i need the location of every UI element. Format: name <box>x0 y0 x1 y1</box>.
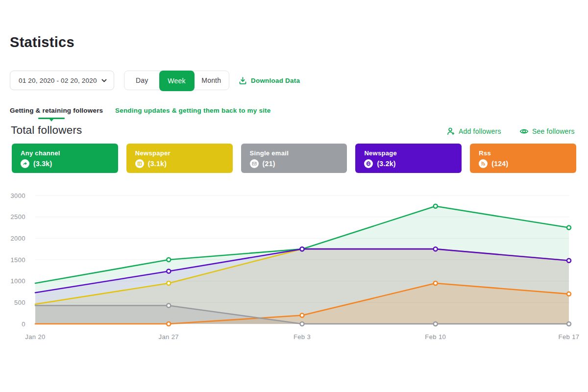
card-rss[interactable]: Rss (124) <box>470 144 576 173</box>
chart-point[interactable] <box>167 322 171 326</box>
card-count: (3.3k) <box>33 160 52 168</box>
svg-text:1000: 1000 <box>10 277 25 285</box>
card-newspage[interactable]: Newspage (3.2k) <box>355 144 462 173</box>
active-tab-underline <box>38 118 65 119</box>
card-label: Newspaper <box>135 149 233 157</box>
download-label: Download Data <box>251 77 300 84</box>
chart-point[interactable] <box>300 314 304 318</box>
chart-point[interactable] <box>167 281 171 285</box>
period-month-button[interactable]: Month <box>194 71 229 90</box>
section-title: Total followers <box>11 124 82 137</box>
globe-icon <box>364 159 373 168</box>
card-count: (21) <box>263 160 275 168</box>
chart-point[interactable] <box>167 303 171 307</box>
card-label: Single email <box>250 149 347 157</box>
chart-point[interactable] <box>300 247 304 251</box>
date-range-select[interactable]: 01 20, 2020 - 02 20, 2020 <box>10 71 114 90</box>
channel-cards: Any channel (3.3k) Newspaper (3.1k) Sing… <box>12 144 576 173</box>
period-week-button[interactable]: Week <box>159 71 195 91</box>
svg-text:3000: 3000 <box>10 192 25 199</box>
svg-text:Jan 27: Jan 27 <box>159 333 179 341</box>
rss-icon <box>479 159 488 168</box>
chart-point[interactable] <box>567 292 571 296</box>
card-single-email[interactable]: Single email (21) <box>241 144 347 173</box>
add-followers-link[interactable]: Add followers <box>446 127 501 136</box>
chart-point[interactable] <box>567 322 571 326</box>
card-label: Any channel <box>21 149 118 157</box>
svg-text:2000: 2000 <box>10 235 25 242</box>
card-newspaper[interactable]: Newspaper (3.1k) <box>126 144 233 173</box>
card-count: (3.2k) <box>377 160 395 168</box>
card-count: (3.1k) <box>148 160 167 168</box>
svg-text:0: 0 <box>22 320 25 328</box>
svg-text:1500: 1500 <box>10 256 25 264</box>
card-label: Newspage <box>364 149 462 157</box>
newspaper-icon <box>135 159 144 168</box>
eye-icon <box>519 127 529 136</box>
date-range-value: 01 20, 2020 - 02 20, 2020 <box>19 77 97 84</box>
svg-text:Feb 17: Feb 17 <box>559 333 579 341</box>
chart-point[interactable] <box>567 226 571 230</box>
period-toggle: Day Week Month <box>124 71 229 90</box>
download-data-link[interactable]: Download Data <box>239 71 300 90</box>
tab-sending-updates[interactable]: Sending updates & getting them back to m… <box>115 107 271 114</box>
svg-text:Jan 20: Jan 20 <box>25 333 45 341</box>
svg-text:Feb 3: Feb 3 <box>294 333 311 341</box>
chart-point[interactable] <box>434 281 438 285</box>
card-any-channel[interactable]: Any channel (3.3k) <box>12 144 118 173</box>
chart-point[interactable] <box>300 322 304 326</box>
add-followers-label: Add followers <box>459 127 501 135</box>
envelope-icon <box>250 159 259 168</box>
download-icon <box>239 76 247 85</box>
chart-point[interactable] <box>434 322 438 326</box>
chart-point[interactable] <box>167 270 171 273</box>
see-followers-label: See followers <box>532 127 575 135</box>
card-label: Rss <box>479 149 576 157</box>
chart-point[interactable] <box>167 258 171 262</box>
chart-point[interactable] <box>434 204 438 208</box>
svg-text:Feb 10: Feb 10 <box>425 333 446 341</box>
tab-getting-retaining-followers[interactable]: Getting & retaining followers <box>10 107 103 114</box>
card-count: (124) <box>491 160 508 168</box>
followers-chart[interactable]: 050010001500200025003000Jan 20Jan 27Feb … <box>10 187 579 344</box>
svg-text:2500: 2500 <box>10 213 25 220</box>
person-plus-icon <box>446 127 455 136</box>
chevron-down-icon <box>101 77 107 84</box>
page-title: Statistics <box>10 34 74 50</box>
chart-point[interactable] <box>434 247 438 251</box>
channel-arrow-icon <box>21 159 29 168</box>
see-followers-link[interactable]: See followers <box>519 127 575 136</box>
svg-text:500: 500 <box>14 299 25 306</box>
chart-point[interactable] <box>567 259 571 263</box>
period-day-button[interactable]: Day <box>124 71 160 90</box>
